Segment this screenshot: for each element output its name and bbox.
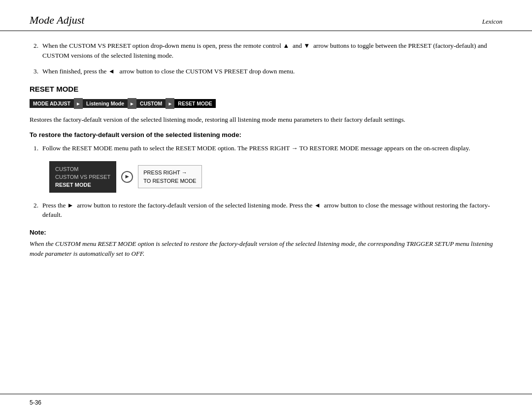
- section-heading-reset: RESET MODE: [30, 85, 502, 93]
- page-container: Mode Adjust Lexicon 2. When the CUSTOM V…: [0, 0, 532, 411]
- message-line-1: PRESS RIGHT →: [143, 169, 197, 177]
- step-2: 2. Press the ► arrow button to restore t…: [30, 201, 502, 220]
- page-number: 5-36: [30, 399, 41, 406]
- breadcrumb-custom: CUSTOM: [136, 99, 166, 108]
- breadcrumb: MODE ADJUST ► Listening Mode ► CUSTOM ► …: [30, 98, 216, 109]
- breadcrumb-reset-mode: RESET MODE: [174, 99, 215, 108]
- item-text-2: When the CUSTOM VS PRESET option drop-do…: [42, 41, 502, 61]
- item-num-3: 3.: [30, 67, 38, 76]
- note-heading: Note:: [30, 229, 502, 236]
- menu-box: CUSTOM CUSTOM VS PRESET RESET MODE: [49, 161, 116, 193]
- page-footer: 5-36: [0, 394, 532, 411]
- menu-item-reset-mode: RESET MODE: [55, 181, 110, 189]
- screen-display-area: CUSTOM CUSTOM VS PRESET RESET MODE ► PRE…: [49, 161, 502, 193]
- section-description: Restores the factory-default version of …: [30, 115, 502, 125]
- step-1: 1. Follow the RESET MODE menu path to se…: [30, 143, 502, 153]
- step-1-text: Follow the RESET MODE menu path to selec…: [42, 143, 470, 153]
- step-1-num: 1.: [30, 143, 38, 153]
- message-box: PRESS RIGHT → TO RESTORE MODE: [138, 165, 202, 188]
- item-num-2: 2.: [30, 41, 38, 61]
- breadcrumb-arrow-1: ►: [74, 98, 83, 109]
- brand-label: Lexicon: [482, 18, 502, 26]
- menu-item-custom: CUSTOM: [55, 165, 110, 173]
- menu-item-custom-vs-preset: CUSTOM VS PRESET: [55, 173, 110, 181]
- item-text-3: When finished, press the ◄ arrow button …: [42, 67, 295, 76]
- screen-arrow-icon: ►: [121, 171, 133, 183]
- note-text: When the CUSTOM menu RESET MODE option i…: [30, 239, 502, 259]
- bold-instruction: To restore the factory-default version o…: [30, 131, 502, 138]
- breadcrumb-mode-adjust: MODE ADJUST: [30, 99, 74, 108]
- breadcrumb-arrow-2: ►: [128, 98, 136, 109]
- step-2-text: Press the ► arrow button to restore the …: [42, 201, 502, 220]
- intro-item-3: 3. When finished, press the ◄ arrow butt…: [30, 67, 502, 76]
- page-title: Mode Adjust: [30, 14, 84, 27]
- breadcrumb-listening-mode: Listening Mode: [83, 99, 128, 108]
- step-2-num: 2.: [30, 201, 38, 220]
- main-content: 2. When the CUSTOM VS PRESET option drop…: [0, 31, 532, 394]
- message-line-2: TO RESTORE MODE: [143, 177, 197, 185]
- intro-item-2: 2. When the CUSTOM VS PRESET option drop…: [30, 41, 502, 61]
- breadcrumb-arrow-3: ►: [166, 98, 174, 109]
- page-header: Mode Adjust Lexicon: [0, 0, 532, 31]
